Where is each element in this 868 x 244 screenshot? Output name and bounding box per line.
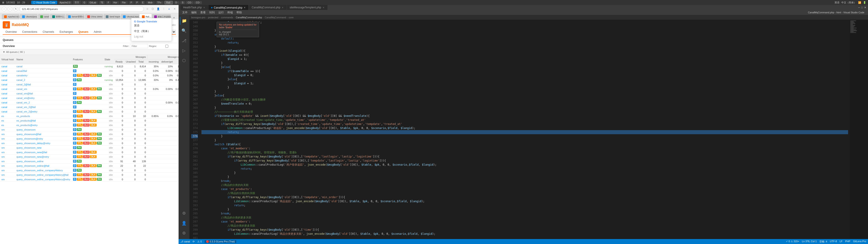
bookmark-icon[interactable]: ☆ [145, 7, 150, 11]
breadcrumb-method[interactable]: core [289, 16, 293, 19]
status-gitlens[interactable]: 🔴 0.3.3 GLens Pro (Trial) [205, 240, 237, 243]
url-bar[interactable]: 121.40.145.192:15071/#/queues [20, 6, 144, 12]
table-row[interactable]: canal canal2fail D idle 0 0 0 0.0% 0.00%… [0, 69, 179, 73]
table-row[interactable]: canal canal_vm_2@retry D TTL DLX DLK Prl… [0, 109, 179, 114]
nav-connections[interactable]: Connections [20, 29, 40, 35]
cell-name[interactable]: query_showroom_online [15, 159, 72, 163]
tab-canal2[interactable]: CanalMqCommand.php ✕ [249, 5, 286, 10]
status-branch[interactable]: ⎇ canal [180, 240, 190, 243]
os-app-icon[interactable]: 🖥 [2, 1, 4, 4]
close-icon[interactable]: ✕ [172, 7, 177, 11]
taskbar-apache[interactable]: Apache2.0 [58, 1, 72, 4]
status-eol[interactable]: LF [839, 240, 842, 243]
settings-icon[interactable]: ⚙ [180, 229, 188, 237]
cell-name[interactable]: query_showroom_online_companyHistory@ret… [15, 177, 72, 182]
cell-name[interactable]: canal_vm_2 [15, 100, 72, 105]
menu-terminal[interactable]: 终端 [225, 10, 235, 15]
status-errors[interactable]: ⚠ 0 [197, 240, 202, 243]
breadcrumb-class[interactable]: CanalMqCommand [265, 16, 286, 19]
table-row[interactable]: es es_products@fail D TTL DLX DLK idle 0… [0, 118, 179, 123]
menu-run[interactable]: 运行 [217, 10, 225, 15]
taskbar-item8[interactable]: P [129, 1, 134, 4]
taskbar-item13[interactable]: D· [174, 1, 180, 4]
lang-en[interactable]: 英语 [835, 1, 839, 4]
tab-canal-active[interactable]: CanalMqCommand.php ✕ [209, 5, 249, 10]
tab-canal[interactable]: canal [38, 14, 49, 20]
table-row[interactable]: canal canal_vm_2 D Prl idle 0 0 0 0.00% … [0, 100, 179, 105]
regex-checkbox[interactable] [158, 45, 176, 48]
breadcrumb-commands[interactable]: commands [221, 16, 233, 19]
extensions-icon[interactable]: ⬡ [180, 57, 188, 65]
menu-goto[interactable]: 转到 [208, 10, 217, 15]
taskbar-item2[interactable]: G [82, 1, 87, 4]
cell-name[interactable]: es_products@retry [15, 123, 72, 127]
cell-name[interactable]: canal_vm_2@retry [15, 109, 72, 114]
cell-name[interactable]: canal_2@fail [15, 82, 72, 87]
taskbar-item3[interactable]: GitLab [88, 1, 98, 4]
remote-icon[interactable]: ⚙ [180, 209, 188, 217]
taskbar-item15[interactable]: CO· [186, 1, 193, 4]
cell-name[interactable]: canal_vm_2@fail [15, 105, 72, 109]
translate-item-en[interactable]: 英语 [134, 23, 169, 28]
table-row[interactable]: canal canal Prl running 8,613 1 8,614 35… [0, 64, 179, 69]
status-encoding[interactable]: UTF-8 [830, 240, 837, 243]
breadcrumb-protected[interactable]: protected [208, 16, 218, 19]
taskbar-item10[interactable]: E [141, 1, 146, 4]
tab-server[interactable]: Server管理-C... [66, 14, 85, 20]
menu-file[interactable]: 文件 [180, 10, 189, 15]
all-queues-header[interactable]: ▼ All queues (80) [0, 49, 179, 55]
nav-channels[interactable]: Channels [40, 29, 57, 35]
cell-name[interactable]: query_showroom@fail [15, 132, 72, 136]
cell-name[interactable]: canal_2 [15, 78, 72, 82]
tab-sitemessage-close[interactable]: ✕ [322, 6, 324, 9]
taskbar-item1[interactable]: 百日 [73, 1, 81, 4]
table-row[interactable]: vm query_showroom@fail D TTL DLX DLK Prl… [0, 132, 179, 136]
tab-china[interactable]: China 16Mo/... [85, 14, 103, 20]
table-row[interactable]: vm query_showroom D Prl idle 0 0 0 [0, 127, 179, 132]
taskbar-item9[interactable]: P [134, 1, 140, 4]
run-debug-icon[interactable]: ▷ [180, 47, 188, 55]
lang-zh[interactable]: 中文（简体） [841, 1, 856, 4]
new-tab-button[interactable]: + [171, 16, 177, 20]
menu-help[interactable]: 帮助 [235, 10, 244, 15]
tab-canal-close[interactable]: ✕ [244, 6, 246, 9]
tab-canal2-close[interactable]: ✕ [282, 6, 283, 9]
cell-name[interactable]: query_showroom_new [15, 146, 72, 150]
table-row[interactable]: canal canal_vm@retry D TTL DLX DLK Prl i… [0, 96, 179, 100]
table-row[interactable]: vm query_showroom_online_companyHistory … [0, 168, 179, 173]
table-row[interactable]: canal canalretry D TTL DLX DLK Prl idle … [0, 73, 179, 78]
tab-send[interactable]: Send Inquiry [103, 14, 120, 20]
cell-name[interactable]: query_showroom [15, 127, 72, 132]
table-row[interactable]: vm query_showroom_new@fail D TTL DLX DLK… [0, 150, 179, 155]
status-language[interactable]: PHP [845, 240, 850, 243]
cell-name[interactable]: query_showroom_online@fail [15, 163, 72, 168]
forward-button[interactable]: › [8, 7, 12, 11]
code-content[interactable]: $scenario = 'delete'; } } switch ($langi… [199, 20, 850, 239]
tab-sitemessage[interactable]: siteMessageTemplent.php ✕ [287, 5, 327, 10]
user-icon[interactable]: 👤 [156, 7, 160, 11]
cell-name[interactable]: canal2fail [15, 69, 72, 73]
settings-icon[interactable]: ⋮ [161, 7, 166, 11]
breadcrumb-filename[interactable]: CanalMqCommand.php [236, 16, 262, 19]
taskbar-item14[interactable]: S [180, 1, 185, 4]
cell-name[interactable]: query_showroom_new@fail [15, 150, 72, 155]
table-row[interactable]: canal canal_2@fail D idle 0 0 0 [0, 82, 179, 87]
cell-name[interactable]: canal_vm@retry [15, 96, 72, 100]
tab-ubuntu[interactable]: Ubuntu/java... [20, 14, 37, 20]
table-row[interactable]: canal canal_vm@fail D idle 0 0 0 [0, 91, 179, 96]
table-row[interactable]: vm query_showroom_online_companyHistory@… [0, 173, 179, 177]
table-row[interactable]: es es_products@retry D TTL DLX DLK idle … [0, 123, 179, 127]
taskbar-rail[interactable]: Rail· [164, 1, 173, 4]
filter-input[interactable] [130, 44, 148, 48]
tab-apache[interactable]: Apache2.0⌊访 [2, 14, 20, 20]
nav-exchanges[interactable]: Exchanges [57, 29, 75, 35]
accounts-icon[interactable]: 👤 [180, 219, 188, 227]
extensions-icon[interactable]: ⬡ [151, 7, 155, 11]
cell-name[interactable]: query_showroom_new@retry [15, 155, 72, 159]
status-gitlens-right[interactable]: GitLens Pro [853, 240, 866, 243]
explorer-icon[interactable]: 📁 [180, 17, 188, 25]
taskbar-item5[interactable]: F [106, 1, 111, 4]
table-row[interactable]: vm query_showroom_new@retry D TTL DLX DL… [0, 155, 179, 159]
cell-name[interactable]: query_showroom@retry [15, 136, 72, 141]
taskbar-item4[interactable]: TE [99, 1, 105, 4]
